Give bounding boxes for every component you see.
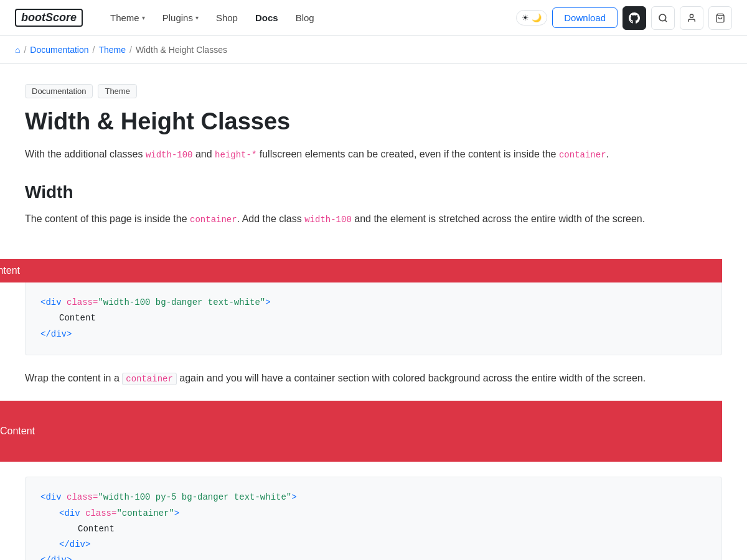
code-block-1: <div class="width-100 bg-danger text-whi… (25, 282, 722, 355)
full-width-content-bar: Content (0, 259, 722, 282)
breadcrumb-documentation[interactable]: Documentation (30, 45, 88, 55)
sun-icon: ☀ (522, 13, 529, 22)
intro-text-start: With the additional classes (25, 149, 146, 159)
intro-paragraph: With the additional classes width-100 an… (25, 146, 722, 162)
breadcrumb-home[interactable]: ⌂ (15, 45, 20, 55)
width-section-title: Width (25, 182, 722, 202)
theme-toggle[interactable]: ☀ 🌙 (516, 10, 547, 26)
intro-period: . (606, 149, 609, 159)
wrap-section: Wrap the content in a container again an… (0, 370, 747, 386)
code-height-star: height-* (215, 150, 256, 160)
chevron-down-icon: ▾ (142, 14, 145, 21)
breadcrumb-sep-2: / (93, 45, 95, 55)
intro-text-mid: and (193, 149, 215, 159)
breadcrumb-sep-3: / (129, 45, 132, 55)
breadcrumb-theme[interactable]: Theme (98, 45, 126, 55)
tag-theme: Theme (98, 84, 136, 98)
cart-icon (715, 13, 725, 23)
nav-docs[interactable]: Docs (248, 7, 286, 28)
svg-line-1 (665, 20, 667, 22)
tag-pills: Documentation Theme (25, 84, 722, 98)
code-attr-class: class= (62, 297, 98, 307)
code-div-close: div (51, 329, 67, 339)
brand-text: bootScore (15, 9, 83, 27)
moon-icon: 🌙 (532, 13, 542, 22)
svg-point-0 (659, 14, 666, 21)
navbar-actions: ☀ 🌙 Download (516, 6, 732, 30)
nav-blog[interactable]: Blog (288, 7, 322, 28)
width-body: The content of this page is inside the c… (25, 211, 722, 227)
tag-documentation: Documentation (25, 84, 93, 98)
code-container-3: container (122, 373, 177, 385)
search-button[interactable] (651, 6, 675, 30)
nav-links: Theme ▾ Plugins ▾ Shop Docs Blog (103, 7, 516, 28)
brand-score: Score (45, 11, 77, 24)
download-button[interactable]: Download (552, 7, 618, 28)
nav-plugins[interactable]: Plugins ▾ (155, 7, 206, 28)
code-tag-open: <div (40, 297, 62, 307)
page-title: Width & Height Classes (25, 108, 722, 135)
cart-button[interactable] (708, 6, 732, 30)
code-str-val: "width-100 bg-danger text-white" (98, 297, 265, 307)
code-gt: > (265, 297, 270, 307)
code-block-2: <div class="width-100 py-5 bg-danger tex… (25, 477, 722, 560)
home-icon: ⌂ (15, 45, 20, 55)
navbar: bootScore Theme ▾ Plugins ▾ Shop Docs Bl… (0, 0, 747, 36)
full-width-red-section: Content (0, 401, 722, 462)
nav-theme[interactable]: Theme ▾ (103, 7, 153, 28)
code-close-tag: </ (40, 329, 51, 339)
main-content: Documentation Theme Width & Height Class… (0, 64, 747, 259)
breadcrumb-sep-1: / (24, 45, 26, 55)
user-icon (687, 13, 697, 23)
code-container-inline: container (559, 150, 606, 160)
code-container-2: container (190, 215, 237, 225)
github-button[interactable] (622, 6, 646, 30)
breadcrumb: ⌂ / Documentation / Theme / Width & Heig… (0, 36, 747, 64)
chevron-down-icon: ▾ (195, 14, 199, 21)
code-content-line: Content (40, 310, 707, 326)
intro-text-end: fullscreen elements can be created, even… (256, 149, 559, 159)
svg-point-2 (690, 14, 693, 17)
code-width-100: width-100 (146, 150, 193, 160)
breadcrumb-current: Width & Height Classes (136, 45, 227, 55)
search-icon (658, 13, 668, 23)
brand-logo[interactable]: bootScore (15, 9, 83, 27)
brand-boot: boot (21, 11, 45, 24)
wrap-text: Wrap the content in a container again an… (25, 370, 722, 386)
code-width-100-2: width-100 (304, 215, 352, 225)
user-button[interactable] (680, 6, 703, 30)
github-icon (629, 12, 640, 24)
red-section-content-label: Content (0, 426, 35, 436)
nav-shop[interactable]: Shop (209, 7, 245, 28)
code-gt-2: > (67, 329, 72, 339)
